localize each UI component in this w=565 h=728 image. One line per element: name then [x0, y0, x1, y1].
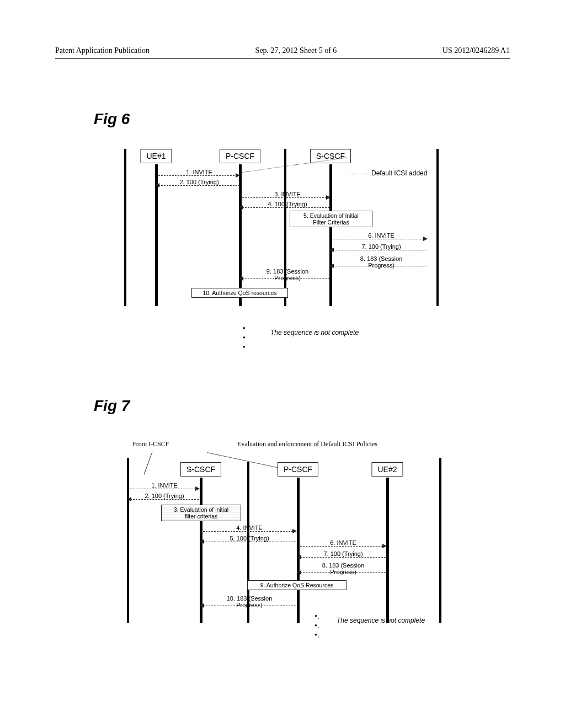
fig7-frame-left	[127, 458, 129, 623]
fig7-note9: 9. Authorize QoS Resources	[247, 580, 347, 590]
fig7-m5-line	[203, 542, 296, 542]
fig6-m1-arrow	[236, 173, 240, 178]
fig6-m2-line	[158, 185, 240, 186]
fig7-m6: 6. INVITE	[330, 539, 356, 546]
header-right: US 2012/0246289 A1	[443, 46, 510, 55]
fig6-m3-line	[242, 197, 329, 198]
fig7-m2-arrow	[127, 497, 131, 501]
fig6-divider	[284, 149, 286, 306]
fig7-incomplete: The sequence is not complete	[337, 617, 425, 624]
fig7-actor-ue2: UE#2	[371, 462, 403, 477]
fig7-m4: 4. INVITE	[236, 524, 263, 531]
fig7-actor-scscf: S-CSCF	[180, 462, 221, 477]
fig7-topright-note: Evaluation and enforcement of Default IC…	[237, 440, 377, 448]
fig6-m7-arrow	[329, 248, 334, 252]
fig7-m1-arrow	[195, 486, 200, 491]
fig7-m4-line	[203, 531, 296, 532]
fig7-m8-arrow	[297, 570, 301, 575]
fig7-m7: 7. 100 (Trying)	[323, 550, 363, 557]
header-rule	[55, 58, 510, 59]
fig6-note10: 10. Authorize QoS resources	[191, 288, 288, 298]
fig6-m6-arrow	[423, 237, 428, 241]
fig6-m8-arrow	[329, 264, 334, 268]
fig7-m7-arrow	[297, 555, 301, 559]
fig6-m3-arrow	[326, 195, 331, 200]
header-left: Patent Application Publication	[55, 46, 150, 55]
fig6-m7-line	[333, 250, 427, 250]
fig7-dots: •. •. •.	[315, 612, 319, 640]
fig6-dots: • • •	[243, 324, 246, 352]
fig6-m6: 6. INVITE	[368, 232, 395, 239]
fig6-m2: 2. 100 (Trying)	[179, 179, 218, 185]
fig7-diagram: S-CSCF P-CSCF UE#2 1. INVITE 2. 100 (Try…	[127, 458, 441, 640]
fig7-m2-line	[130, 499, 199, 500]
fig7-m4-arrow	[292, 529, 297, 533]
fig7-m1-line	[130, 489, 199, 489]
fig7-m8: 8. 183 (Session Progress)	[322, 562, 364, 575]
fig6-m1: 1. INVITE	[186, 169, 212, 175]
fig7-m1: 1. INVITE	[151, 482, 178, 489]
fig6-label: Fig 6	[94, 110, 130, 128]
fig6-m4: 4. 100 (Trying)	[268, 201, 307, 207]
fig6-m8: 8. 183 (Session Progress)	[360, 255, 402, 269]
fig7-m7-line	[300, 557, 386, 558]
fig6-m4-line	[242, 207, 329, 208]
fig7-m6-arrow	[382, 544, 387, 548]
fig7-topleft-note: From I-CSCF	[132, 440, 169, 448]
fig7-lifeline-pcscf	[297, 478, 300, 623]
fig6-actor-ue1: UE#1	[140, 149, 172, 163]
fig7-m10: 10. 183 (Session Progress)	[227, 595, 273, 608]
fig7-m5: 5. 100 (Trying)	[230, 535, 269, 542]
fig7-m5-arrow	[200, 539, 204, 544]
fig7-actor-pcscf: P-CSCF	[278, 462, 318, 477]
fig6-frame-right	[436, 149, 439, 306]
fig6-m3: 3. INVITE	[274, 191, 301, 197]
fig7-lifeline-scscf	[200, 478, 202, 623]
fig6-m9: 9. 183 (Session Progress)	[266, 268, 308, 281]
fig6-m2-arrow	[155, 183, 159, 188]
fig7-note3: 3. Evaluation of initial filter criteria…	[161, 505, 241, 521]
fig6-lifeline-scscf	[329, 164, 332, 306]
fig6-m9-arrow	[239, 276, 243, 281]
fig7-m10-arrow	[200, 603, 204, 608]
fig7-m2: 2. 100 (Trying)	[145, 493, 184, 499]
fig6-m7: 7. 100 (Trying)	[361, 243, 401, 250]
fig6-note5: 5. Evaluation of Initial Filter Criteria…	[290, 211, 372, 227]
fig6-m6-line	[333, 239, 427, 239]
fig7-leader-left	[144, 452, 153, 475]
fig7-m6-line	[300, 546, 386, 547]
fig7-lifeline-ue2	[386, 478, 389, 623]
fig6-actor-pcscf: P-CSCF	[220, 149, 260, 163]
fig6-frame-left	[124, 149, 126, 306]
fig6-incomplete: The sequence is not complete	[270, 329, 359, 336]
fig6-side-note: Default ICSI added	[371, 169, 427, 177]
fig6-m1-line	[158, 175, 240, 176]
fig6-m4-arrow	[239, 205, 243, 210]
page-header: Patent Application Publication Sep. 27, …	[55, 46, 510, 55]
header-center: Sep. 27, 2012 Sheet 5 of 6	[255, 46, 337, 55]
fig7-label: Fig 7	[94, 397, 130, 415]
fig6-diagram: UE#1 P-CSCF S-CSCF Default ICSI added 1.…	[124, 149, 439, 325]
fig7-frame-right	[439, 458, 441, 623]
